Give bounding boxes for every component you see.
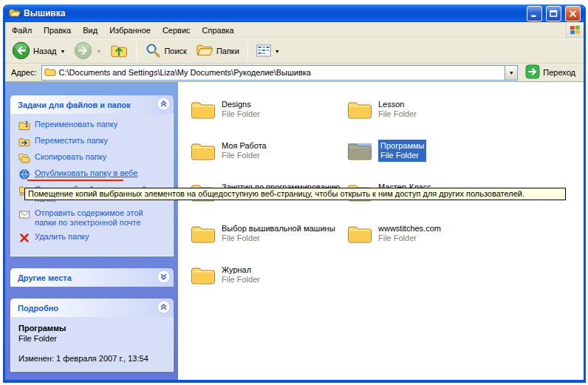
task-pane: Задачи для файлов и папок Переименовать … bbox=[5, 82, 178, 380]
file-tasks-body: Переименовать папку Переместить папку Ск… bbox=[10, 114, 174, 256]
go-icon bbox=[525, 64, 540, 81]
toolbar: Назад ▼ ▼ Поиск Папки ▼ bbox=[5, 38, 584, 64]
publish-web-icon bbox=[18, 168, 30, 180]
task-delete-folder[interactable]: Удалить папку bbox=[18, 232, 168, 244]
menu-help[interactable]: Справка bbox=[196, 22, 240, 38]
folder-name: wwwstitches.com bbox=[378, 224, 441, 234]
views-dropdown-icon[interactable]: ▼ bbox=[275, 49, 280, 54]
folder-name: Designs bbox=[222, 100, 260, 109]
address-folder-icon bbox=[44, 67, 56, 78]
folder-icon bbox=[346, 222, 373, 245]
other-places-header[interactable]: Другие места bbox=[10, 268, 174, 287]
search-icon bbox=[145, 42, 161, 60]
task-label[interactable]: Опубликовать папку в вебе bbox=[35, 168, 137, 178]
window-title: Вышивка bbox=[24, 8, 523, 18]
other-places-title: Другие места bbox=[18, 273, 72, 282]
up-button[interactable] bbox=[106, 41, 131, 61]
folder-icon bbox=[190, 222, 216, 245]
chevron-down-icon[interactable] bbox=[157, 270, 171, 285]
title-bar: Вышивка bbox=[5, 4, 584, 22]
file-tasks-header[interactable]: Задачи для файлов и папок bbox=[10, 95, 174, 114]
address-dropdown-button[interactable]: ▼ bbox=[505, 66, 517, 80]
windows-logo-icon bbox=[566, 22, 584, 38]
back-button[interactable]: Назад ▼ bbox=[8, 40, 69, 63]
folder-tile-wwwstitches[interactable]: wwwstitches.comFile Folder bbox=[346, 222, 503, 264]
folder-type: File Folder bbox=[378, 109, 417, 119]
details-title: Подробно bbox=[18, 304, 58, 313]
details-section: Подробно Программы File Folder Изменен: … bbox=[10, 299, 174, 372]
details-item-name: Программы bbox=[18, 323, 168, 333]
title-folder-icon bbox=[9, 7, 21, 19]
file-tasks-title: Задачи для файлов и папок bbox=[18, 100, 131, 109]
folder-type: File Folder bbox=[222, 151, 267, 160]
folder-type: File Folder bbox=[222, 234, 335, 243]
task-label[interactable]: Удалить папку bbox=[35, 232, 89, 242]
folders-button[interactable]: Папки bbox=[192, 41, 243, 61]
folders-label: Папки bbox=[216, 47, 239, 55]
task-label[interactable]: Переименовать папку bbox=[35, 120, 117, 129]
task-label[interactable]: Скопировать папку bbox=[35, 152, 106, 162]
menu-edit[interactable]: Правка bbox=[38, 22, 77, 38]
task-copy-folder[interactable]: Скопировать папку bbox=[18, 152, 168, 164]
chevron-up-icon[interactable] bbox=[157, 97, 171, 112]
up-folder-icon bbox=[110, 42, 128, 60]
task-publish-folder-to-web[interactable]: Опубликовать папку в вебе bbox=[18, 168, 168, 180]
folder-tile-moya-rabota[interactable]: Моя РаботаFile Folder bbox=[190, 140, 346, 181]
search-button[interactable]: Поиск bbox=[141, 41, 190, 61]
views-icon bbox=[256, 44, 271, 58]
menu-favorites[interactable]: Избранное bbox=[103, 22, 157, 38]
folder-type: File Folder bbox=[222, 109, 260, 119]
rename-folder-icon bbox=[18, 120, 30, 132]
go-button[interactable]: Переход bbox=[522, 64, 581, 81]
menu-file[interactable]: Файл bbox=[6, 22, 38, 38]
move-folder-icon bbox=[18, 136, 30, 148]
views-button[interactable]: ▼ bbox=[253, 43, 284, 60]
task-move-folder[interactable]: Переместить папку bbox=[18, 136, 168, 148]
back-dropdown-icon[interactable]: ▼ bbox=[61, 49, 66, 54]
forward-icon bbox=[74, 41, 92, 61]
forward-dropdown-icon: ▼ bbox=[96, 49, 101, 54]
folder-icon bbox=[190, 98, 216, 120]
minimize-button[interactable] bbox=[527, 6, 542, 21]
menu-view[interactable]: Вид bbox=[77, 22, 103, 38]
folders-icon bbox=[196, 43, 213, 59]
menu-bar: Файл Правка Вид Избранное Сервис Справка bbox=[5, 22, 584, 38]
delete-icon bbox=[18, 232, 30, 244]
task-email-folder[interactable]: Отправить содержимое этой папки по элект… bbox=[18, 208, 168, 228]
folder-type: File Folder bbox=[378, 234, 441, 243]
folder-icon bbox=[190, 264, 216, 286]
task-rename-folder[interactable]: Переименовать папку bbox=[18, 120, 168, 132]
toolbar-separator bbox=[136, 42, 137, 61]
back-icon bbox=[12, 41, 30, 61]
annotation-underline bbox=[27, 180, 123, 181]
details-header[interactable]: Подробно bbox=[10, 299, 174, 317]
task-label[interactable]: Переместить папку bbox=[35, 136, 108, 146]
folder-name: Lesson bbox=[378, 100, 417, 109]
explorer-window: Вышивка Файл Правка Вид Избранное Сервис… bbox=[3, 4, 586, 383]
folder-tile-designs[interactable]: DesignsFile Folder bbox=[190, 98, 346, 140]
address-path[interactable]: C:\Documents and Settings\Liza\My Docume… bbox=[59, 68, 502, 77]
toolbar-separator bbox=[247, 42, 248, 61]
chevron-up-icon[interactable] bbox=[157, 300, 171, 316]
maximize-button[interactable] bbox=[546, 6, 561, 21]
details-body: Программы File Folder Изменен: 1 февраля… bbox=[10, 317, 174, 372]
folder-tile-lesson[interactable]: LessonFile Folder bbox=[346, 98, 503, 140]
folder-type: File Folder bbox=[380, 151, 424, 160]
folder-name: Журнал bbox=[222, 265, 260, 275]
email-icon bbox=[18, 208, 30, 220]
address-bar: Адрес: C:\Documents and Settings\Liza\My… bbox=[5, 64, 584, 82]
menu-tools[interactable]: Сервис bbox=[157, 22, 196, 38]
task-label[interactable]: Отправить содержимое этой папки по элект… bbox=[35, 208, 153, 228]
search-label: Поиск bbox=[164, 47, 186, 55]
details-item-type: File Folder bbox=[18, 333, 168, 344]
details-item-modified: Изменен: 1 февраля 2007 г., 13:54 bbox=[18, 353, 168, 364]
close-button[interactable] bbox=[565, 6, 581, 21]
folder-name: Выбор вышивальной машины bbox=[222, 224, 335, 234]
other-places-section: Другие места bbox=[10, 268, 174, 287]
forward-button[interactable]: ▼ bbox=[70, 40, 105, 63]
folder-tile-zhurnal[interactable]: ЖурналFile Folder bbox=[190, 264, 346, 305]
folder-tile-vybor-mashiny[interactable]: Выбор вышивальной машиныFile Folder bbox=[190, 222, 346, 264]
folder-tile-programmy-selected[interactable]: ПрограммыFile Folder bbox=[346, 140, 503, 181]
address-input[interactable]: C:\Documents and Settings\Liza\My Docume… bbox=[41, 65, 519, 81]
folder-type: File Folder bbox=[222, 275, 260, 285]
